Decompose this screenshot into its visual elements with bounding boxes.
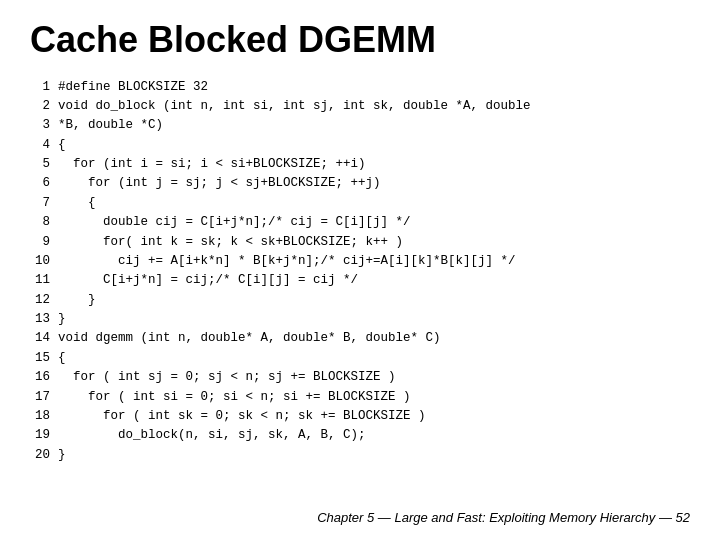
line-number: 11 — [30, 271, 50, 290]
code-line: 9 for( int k = sk; k < sk+BLOCKSIZE; k++… — [30, 233, 690, 252]
line-number: 4 — [30, 136, 50, 155]
line-number: 10 — [30, 252, 50, 271]
line-content: for ( int sk = 0; sk < n; sk += BLOCKSIZ… — [58, 407, 426, 426]
code-line: 15{ — [30, 349, 690, 368]
line-number: 12 — [30, 291, 50, 310]
line-number: 16 — [30, 368, 50, 387]
code-line: 6 for (int j = sj; j < sj+BLOCKSIZE; ++j… — [30, 174, 690, 193]
code-line: 14void dgemm (int n, double* A, double* … — [30, 329, 690, 348]
code-line: 1#define BLOCKSIZE 32 — [30, 78, 690, 97]
line-content: cij += A[i+k*n] * B[k+j*n];/* cij+=A[i][… — [58, 252, 516, 271]
line-content: { — [58, 194, 96, 213]
line-content: C[i+j*n] = cij;/* C[i][j] = cij */ — [58, 271, 358, 290]
line-number: 19 — [30, 426, 50, 445]
line-number: 14 — [30, 329, 50, 348]
code-line: 2void do_block (int n, int si, int sj, i… — [30, 97, 690, 116]
code-line: 19 do_block(n, si, sj, sk, A, B, C); — [30, 426, 690, 445]
code-block: 1#define BLOCKSIZE 322void do_block (int… — [30, 78, 690, 502]
line-number: 7 — [30, 194, 50, 213]
line-number: 1 — [30, 78, 50, 97]
line-content: void dgemm (int n, double* A, double* B,… — [58, 329, 441, 348]
line-content: do_block(n, si, sj, sk, A, B, C); — [58, 426, 366, 445]
code-line: 5 for (int i = si; i < si+BLOCKSIZE; ++i… — [30, 155, 690, 174]
code-line: 11 C[i+j*n] = cij;/* C[i][j] = cij */ — [30, 271, 690, 290]
code-line: 16 for ( int sj = 0; sj < n; sj += BLOCK… — [30, 368, 690, 387]
line-number: 9 — [30, 233, 50, 252]
code-line: 7 { — [30, 194, 690, 213]
page-container: Cache Blocked DGEMM 1#define BLOCKSIZE 3… — [0, 0, 720, 540]
line-content: } — [58, 291, 96, 310]
line-content: for (int i = si; i < si+BLOCKSIZE; ++i) — [58, 155, 366, 174]
line-content: for( int k = sk; k < sk+BLOCKSIZE; k++ ) — [58, 233, 403, 252]
line-content: } — [58, 446, 66, 465]
code-line: 8 double cij = C[i+j*n];/* cij = C[i][j]… — [30, 213, 690, 232]
line-number: 3 — [30, 116, 50, 135]
code-line: 12 } — [30, 291, 690, 310]
line-number: 20 — [30, 446, 50, 465]
line-number: 18 — [30, 407, 50, 426]
line-number: 13 — [30, 310, 50, 329]
line-content: } — [58, 310, 66, 329]
code-line: 20} — [30, 446, 690, 465]
line-content: #define BLOCKSIZE 32 — [58, 78, 208, 97]
line-content: { — [58, 349, 66, 368]
line-number: 2 — [30, 97, 50, 116]
line-content: for (int j = sj; j < sj+BLOCKSIZE; ++j) — [58, 174, 381, 193]
page-title: Cache Blocked DGEMM — [30, 20, 690, 60]
code-line: 10 cij += A[i+k*n] * B[k+j*n];/* cij+=A[… — [30, 252, 690, 271]
code-line: 17 for ( int si = 0; si < n; si += BLOCK… — [30, 388, 690, 407]
line-content: for ( int si = 0; si < n; si += BLOCKSIZ… — [58, 388, 411, 407]
line-number: 8 — [30, 213, 50, 232]
line-number: 17 — [30, 388, 50, 407]
line-content: void do_block (int n, int si, int sj, in… — [58, 97, 531, 116]
line-number: 6 — [30, 174, 50, 193]
line-content: for ( int sj = 0; sj < n; sj += BLOCKSIZ… — [58, 368, 396, 387]
footer-text: Chapter 5 — Large and Fast: Exploiting M… — [30, 510, 690, 525]
line-number: 5 — [30, 155, 50, 174]
line-content: { — [58, 136, 66, 155]
line-number: 15 — [30, 349, 50, 368]
line-content: *B, double *C) — [58, 116, 163, 135]
line-content: double cij = C[i+j*n];/* cij = C[i][j] *… — [58, 213, 411, 232]
code-line: 18 for ( int sk = 0; sk < n; sk += BLOCK… — [30, 407, 690, 426]
code-line: 4{ — [30, 136, 690, 155]
code-line: 3*B, double *C) — [30, 116, 690, 135]
code-line: 13} — [30, 310, 690, 329]
